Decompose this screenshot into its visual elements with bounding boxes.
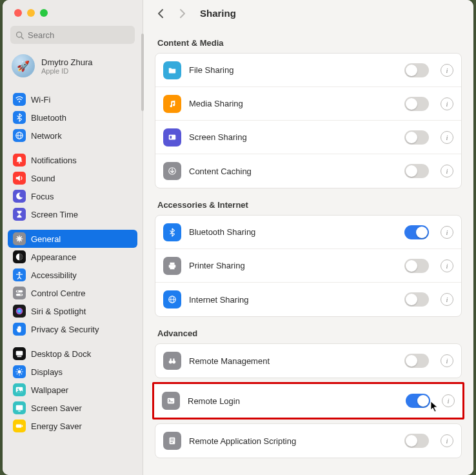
toggle-screen-sharing[interactable] [404,130,429,145]
sidebar-scrollbar[interactable] [141,34,144,111]
svg-line-27 [21,374,22,374]
toggle-remote-login[interactable] [406,394,430,408]
row-media-sharing[interactable]: Media Sharingi [155,87,461,121]
row-remote-management[interactable]: Remote Managementi [155,344,461,378]
svg-rect-41 [170,136,172,138]
profile-name: Dmytro Zhura [41,57,92,67]
sidebar-item-bluetooth[interactable]: Bluetooth [8,108,137,126]
row-screen-sharing[interactable]: Screen Sharingi [155,121,461,154]
sidebar-item-energy-saver[interactable]: Energy Saver [8,417,137,435]
sun-icon [13,365,26,378]
row-remote-login[interactable]: Remote Logini [154,384,462,418]
toggle-remote-management[interactable] [404,354,429,368]
info-button-printer-sharing[interactable]: i [441,259,453,272]
back-button[interactable] [155,8,168,19]
script-icon [163,432,181,450]
access-icon [13,268,26,281]
toggle-file-sharing[interactable] [404,63,429,77]
svg-rect-52 [173,359,174,361]
moon-icon [13,190,26,203]
sidebar-item-desktop-dock[interactable]: Desktop & Dock [8,345,137,363]
sidebar-item-wallpaper[interactable]: Wallpaper [8,381,137,399]
row-label: Remote Management [189,356,397,366]
info-button-content-caching[interactable]: i [441,165,453,177]
section-header: Content & Media [157,38,459,48]
battery-icon [13,419,26,432]
sidebar-item-screen-saver[interactable]: Screen Saver [8,399,137,417]
fullscreen-window-button[interactable] [40,9,48,17]
apple-id-profile[interactable]: 🚀 Dmytro Zhura Apple ID [3,50,143,84]
download-icon [163,162,181,180]
forward-button[interactable] [175,8,188,19]
main-panel: Sharing Content & MediaFile SharingiMedi… [143,0,473,475]
svg-point-2 [19,101,20,102]
hourglass-icon [13,208,26,221]
sidebar-item-general[interactable]: General [8,230,137,248]
row-printer-sharing[interactable]: Printer Sharingi [155,249,461,283]
info-button-remote-management[interactable]: i [441,354,453,367]
row-label: Screen Sharing [189,132,397,142]
toggle-internet-sharing[interactable] [404,292,429,307]
sidebar-item-privacy-security[interactable]: Privacy & Security [8,320,137,338]
bt-icon [163,223,181,241]
row-internet-sharing[interactable]: Internet Sharingi [155,283,461,316]
info-button-remote-application-scripting[interactable]: i [441,434,453,447]
sidebar-item-sound[interactable]: Sound [8,169,137,187]
sidebar-item-label: Siri & Spotlight [31,307,86,316]
row-label: Internet Sharing [189,295,397,305]
toggle-remote-application-scripting[interactable] [404,434,429,448]
minimize-window-button[interactable] [27,9,35,17]
search-field[interactable] [10,26,135,44]
music-icon [163,95,181,113]
info-button-file-sharing[interactable]: i [441,64,453,77]
appearance-icon [13,250,26,263]
row-content-caching[interactable]: Content Cachingi [155,154,461,188]
row-label: Content Caching [189,167,397,176]
svg-rect-23 [16,351,23,356]
info-button-bluetooth-sharing[interactable]: i [441,226,453,239]
window-controls [3,0,143,23]
svg-rect-36 [16,405,23,410]
toggle-printer-sharing[interactable] [404,259,429,273]
row-remote-application-scripting[interactable]: Remote Application Scriptingi [155,424,461,458]
svg-rect-51 [170,359,172,361]
sidebar-item-network[interactable]: Network [8,126,137,145]
row-file-sharing[interactable]: File Sharingi [155,54,461,87]
sidebar-item-label: Wallpaper [31,385,68,395]
sidebar-item-label: Network [31,131,62,141]
toggle-media-sharing[interactable] [404,97,429,111]
row-label: Printer Sharing [189,261,397,270]
bt-icon [13,111,26,124]
info-button-media-sharing[interactable]: i [441,97,453,110]
info-button-internet-sharing[interactable]: i [441,293,453,306]
sidebar-item-focus[interactable]: Focus [8,187,137,205]
sidebar-item-displays[interactable]: Displays [8,363,137,381]
globe-icon [13,129,26,142]
info-button-remote-login[interactable]: i [442,394,455,407]
sidebar-item-appearance[interactable]: Appearance [8,248,137,266]
svg-point-22 [16,308,23,315]
sidebar-item-label: Wi-Fi [31,95,50,105]
svg-point-35 [17,389,19,390]
header: Sharing [143,0,473,24]
sidebar-item-wi-fi[interactable]: Wi-Fi [8,90,137,108]
sidebar-item-control-centre[interactable]: Control Centre [8,284,137,302]
sidebar-item-accessibility[interactable]: Accessibility [8,266,137,284]
folder-icon [163,61,181,79]
search-input[interactable] [28,30,136,40]
sidebar-item-screen-time[interactable]: Screen Time [8,205,137,223]
sidebar-item-label: Notifications [31,156,77,165]
close-window-button[interactable] [14,9,22,17]
sidebar-item-notifications[interactable]: Notifications [8,151,137,169]
svg-point-25 [17,370,21,373]
switches-icon [13,287,26,299]
sidebar-item-siri-spotlight[interactable]: Siri & Spotlight [8,302,137,320]
wifi-icon [13,93,26,106]
info-button-screen-sharing[interactable]: i [441,131,453,144]
row-label: Media Sharing [189,99,397,108]
gear-icon [13,232,26,245]
toggle-bluetooth-sharing[interactable] [404,225,429,239]
screen-icon [163,128,181,147]
toggle-content-caching[interactable] [404,164,429,178]
row-bluetooth-sharing[interactable]: Bluetooth Sharingi [155,216,461,249]
